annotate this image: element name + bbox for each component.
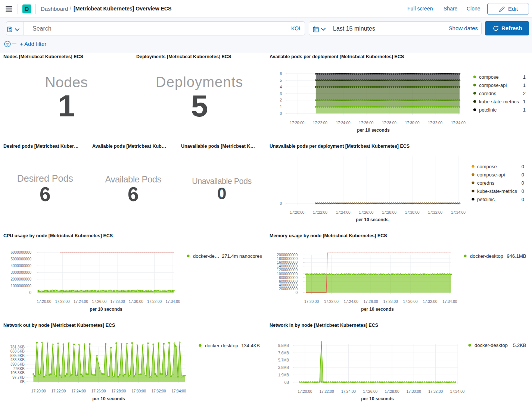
svg-text:17:30:00: 17:30:00 (405, 121, 420, 125)
svg-text:17:20:00: 17:20:00 (290, 121, 304, 125)
svg-text:17:32:00: 17:32:00 (428, 389, 443, 394)
svg-text:0: 0 (295, 291, 298, 295)
svg-text:17:32:00: 17:32:00 (152, 389, 166, 393)
svg-text:2: 2 (523, 91, 526, 96)
svg-text:5.7MB: 5.7MB (278, 358, 289, 362)
svg-text:17:22:00: 17:22:00 (51, 389, 66, 393)
svg-text:1: 1 (523, 107, 526, 113)
svg-text:3000000000: 3000000000 (10, 270, 31, 275)
svg-text:17:28:00: 17:28:00 (382, 121, 396, 125)
svg-text:0B: 0B (284, 381, 289, 385)
svg-text:7.6MB: 7.6MB (278, 351, 289, 355)
svg-text:17:20:00: 17:20:00 (31, 389, 46, 393)
svg-text:petclinic: petclinic (477, 197, 495, 202)
svg-text:2: 2 (280, 98, 282, 102)
svg-text:4: 4 (280, 85, 282, 89)
svg-text:17:28:00: 17:28:00 (385, 389, 399, 394)
svg-text:kube-state-metrics: kube-state-metrics (479, 99, 519, 104)
svg-text:petclinic: petclinic (479, 107, 497, 113)
svg-text:per 10 seconds: per 10 seconds (357, 128, 390, 133)
svg-text:1600000000: 1600000000 (277, 260, 298, 264)
svg-text:docker-de…: docker-de… (193, 253, 220, 259)
svg-text:195.3KB: 195.3KB (10, 371, 25, 375)
svg-text:781.3KB: 781.3KB (10, 345, 25, 349)
svg-text:1000000000: 1000000000 (277, 272, 298, 276)
svg-text:coredns: coredns (477, 180, 495, 186)
svg-text:6000000000: 6000000000 (10, 250, 31, 254)
svg-text:1: 1 (523, 74, 526, 80)
svg-text:17:26:00: 17:26:00 (359, 121, 373, 125)
svg-text:17:22:00: 17:22:00 (55, 300, 70, 304)
svg-text:17:24:00: 17:24:00 (344, 300, 358, 304)
svg-text:5000000000: 5000000000 (10, 257, 31, 261)
svg-text:17:32:00: 17:32:00 (428, 210, 442, 215)
svg-text:0: 0 (280, 201, 282, 206)
svg-text:per 10 seconds: per 10 seconds (361, 307, 394, 312)
svg-text:17:28:00: 17:28:00 (111, 300, 125, 304)
svg-text:17:24:00: 17:24:00 (71, 389, 86, 393)
svg-text:0: 0 (522, 197, 524, 202)
svg-text:1: 1 (523, 99, 526, 104)
svg-text:17:30:00: 17:30:00 (407, 389, 421, 394)
svg-text:17:24:00: 17:24:00 (341, 389, 356, 394)
svg-text:0: 0 (29, 291, 31, 295)
svg-text:488.3KB: 488.3KB (10, 358, 25, 362)
svg-text:per 10 seconds: per 10 seconds (90, 307, 122, 312)
svg-text:17:22:00: 17:22:00 (313, 121, 327, 125)
svg-text:271.4m nanocores: 271.4m nanocores (222, 253, 262, 259)
svg-text:per 10 seconds: per 10 seconds (92, 396, 125, 401)
svg-text:17:26:00: 17:26:00 (92, 300, 106, 304)
svg-text:17:32:00: 17:32:00 (428, 121, 442, 125)
svg-text:docker-desktop: docker-desktop (475, 342, 508, 348)
svg-text:9.5MB: 9.5MB (278, 344, 289, 348)
svg-text:4000000000: 4000000000 (10, 264, 31, 268)
svg-text:1400000000: 1400000000 (277, 264, 298, 268)
svg-text:17:20:00: 17:20:00 (290, 210, 304, 215)
svg-text:1: 1 (280, 105, 282, 109)
svg-text:0: 0 (522, 188, 524, 194)
svg-text:compose: compose (479, 74, 499, 80)
svg-text:per 10 seconds: per 10 seconds (361, 396, 394, 401)
svg-text:17:30:00: 17:30:00 (405, 210, 420, 215)
svg-text:17:30:00: 17:30:00 (131, 389, 146, 393)
svg-text:17:24:00: 17:24:00 (74, 300, 88, 304)
svg-text:17:24:00: 17:24:00 (336, 210, 351, 215)
svg-text:17:34:00: 17:34:00 (451, 121, 466, 125)
svg-text:17:26:00: 17:26:00 (364, 300, 378, 304)
svg-text:17:34:00: 17:34:00 (451, 210, 466, 215)
svg-text:800000000: 800000000 (279, 276, 298, 280)
svg-text:17:34:00: 17:34:00 (450, 389, 464, 394)
svg-text:17:26:00: 17:26:00 (359, 210, 373, 215)
svg-text:5: 5 (280, 78, 282, 82)
svg-text:6: 6 (280, 72, 282, 76)
svg-text:1: 1 (523, 82, 526, 88)
svg-text:585.9KB: 585.9KB (10, 354, 25, 358)
svg-text:17:28:00: 17:28:00 (382, 210, 396, 215)
svg-text:17:20:00: 17:20:00 (298, 389, 312, 394)
svg-text:0: 0 (522, 164, 524, 169)
svg-text:2000000000: 2000000000 (277, 253, 298, 257)
svg-text:5.2KB: 5.2KB (513, 342, 526, 348)
svg-text:compose: compose (477, 164, 497, 169)
svg-text:17:30:00: 17:30:00 (403, 300, 418, 304)
svg-text:17:22:00: 17:22:00 (313, 210, 327, 215)
svg-text:17:32:00: 17:32:00 (147, 300, 162, 304)
svg-text:97.7KB: 97.7KB (12, 375, 25, 379)
svg-text:1200000000: 1200000000 (277, 268, 298, 272)
svg-text:17:26:00: 17:26:00 (91, 389, 106, 393)
svg-text:0B: 0B (20, 380, 25, 384)
svg-text:coredns: coredns (479, 91, 497, 96)
svg-text:compose-api: compose-api (479, 82, 507, 88)
svg-text:17:34:00: 17:34:00 (166, 300, 180, 304)
svg-text:1800000000: 1800000000 (277, 257, 298, 261)
svg-text:17:34:00: 17:34:00 (171, 389, 186, 393)
svg-text:200000000: 200000000 (279, 287, 298, 291)
svg-text:600000000: 600000000 (279, 279, 298, 284)
svg-text:17:28:00: 17:28:00 (383, 300, 398, 304)
svg-text:docker-desktop: docker-desktop (470, 253, 503, 259)
svg-text:1000000000: 1000000000 (10, 284, 31, 288)
svg-text:683.6KB: 683.6KB (10, 349, 25, 353)
svg-text:134.4KB: 134.4KB (241, 343, 260, 348)
svg-text:per 10 seconds: per 10 seconds (356, 217, 389, 222)
svg-text:17:34:00: 17:34:00 (442, 300, 457, 304)
